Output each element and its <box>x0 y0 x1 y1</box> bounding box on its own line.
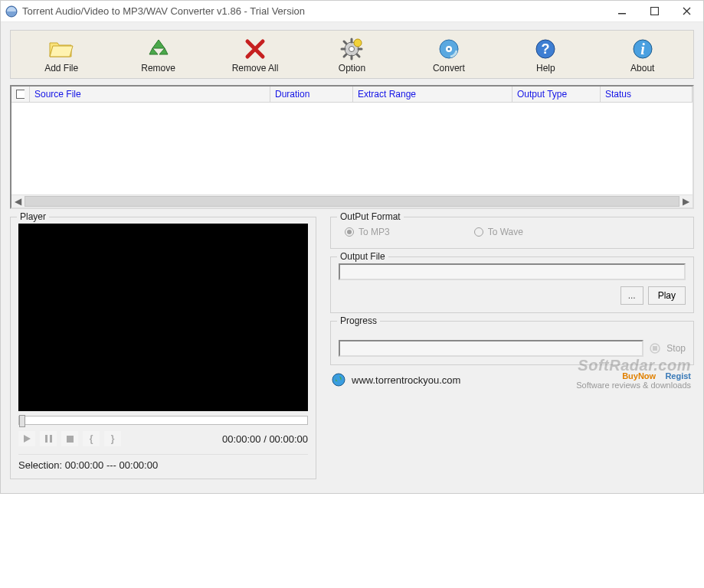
svg-rect-2 <box>650 8 658 15</box>
scroll-left-arrow[interactable]: ◀ <box>11 196 25 207</box>
progress-panel: Progress Stop <box>330 321 694 365</box>
add-file-label: Add File <box>44 63 78 74</box>
app-icon <box>5 5 18 18</box>
horizontal-scrollbar[interactable]: ◀ ▶ <box>11 194 693 207</box>
to-wave-radio[interactable]: To Wave <box>474 227 523 237</box>
help-label: Help <box>536 63 555 74</box>
buynow-link[interactable]: BuyNow <box>622 371 656 381</box>
scroll-right-arrow[interactable]: ▶ <box>679 196 693 207</box>
stop-playback-button[interactable] <box>61 431 78 446</box>
remove-button[interactable]: Remove <box>110 33 206 76</box>
col-status[interactable]: Status <box>601 87 693 102</box>
radio-icon <box>474 227 483 237</box>
svg-point-8 <box>447 48 450 51</box>
svg-rect-18 <box>653 346 657 351</box>
player-video-area[interactable] <box>18 224 308 411</box>
application-window: Torrent Audio/Video to MP3/WAV Converter… <box>0 0 704 494</box>
col-duration[interactable]: Duration <box>270 87 353 102</box>
browse-button[interactable]: ... <box>621 286 643 305</box>
seek-thumb[interactable] <box>19 415 25 427</box>
recycle-icon <box>147 37 170 61</box>
selection-label: Selection: <box>18 459 62 471</box>
progress-bar <box>339 340 643 357</box>
svg-point-5 <box>354 39 362 47</box>
maximize-button[interactable] <box>647 4 662 19</box>
output-file-panel: Output File ... Play <box>330 256 694 313</box>
col-output-type[interactable]: Output Type <box>512 87 601 102</box>
folder-open-icon <box>48 37 74 61</box>
register-link[interactable]: Regist <box>665 371 691 381</box>
player-legend: Player <box>17 211 49 222</box>
mark-start-button[interactable]: { <box>83 431 100 446</box>
to-wave-label: To Wave <box>488 227 523 237</box>
seek-slider[interactable] <box>18 416 308 425</box>
footer: www.torrentrockyou.com SoftRadar.com Buy… <box>330 373 694 387</box>
titlebar: Torrent Audio/Video to MP3/WAV Converter… <box>1 1 703 22</box>
convert-button[interactable]: Convert <box>401 33 497 76</box>
stop-icon <box>67 436 74 443</box>
svg-rect-16 <box>67 436 74 443</box>
svg-rect-15 <box>50 435 52 443</box>
selection-display: Selection: 00:00:00 --- 00:00:00 <box>18 454 308 471</box>
progress-legend: Progress <box>337 315 380 326</box>
svg-point-19 <box>332 374 345 386</box>
selection-start: 00:00:00 <box>65 459 104 471</box>
file-list-grid: Source File Duration Extract Range Outpu… <box>10 85 694 209</box>
output-format-panel: OutPut Format To MP3 To Wave <box>330 217 694 249</box>
main-toolbar: Add File Remove Remove All Option <box>10 30 694 79</box>
pause-icon <box>45 435 52 443</box>
help-icon: ? <box>534 37 557 61</box>
svg-rect-13 <box>17 90 25 99</box>
window-controls <box>614 4 694 19</box>
radio-icon <box>345 227 354 237</box>
svg-rect-14 <box>45 435 47 443</box>
stop-progress-button[interactable]: Stop <box>666 343 686 354</box>
grid-body[interactable] <box>11 103 693 194</box>
disc-icon <box>437 37 460 61</box>
svg-text:i: i <box>640 41 645 57</box>
remove-all-label: Remove All <box>232 63 279 74</box>
scroll-track[interactable] <box>25 196 679 207</box>
option-button[interactable]: Option <box>303 33 400 76</box>
remove-label: Remove <box>141 63 175 74</box>
play-icon <box>24 435 31 443</box>
output-format-legend: OutPut Format <box>337 211 404 222</box>
minimize-button[interactable] <box>614 4 630 19</box>
remove-all-button[interactable]: Remove All <box>207 33 303 76</box>
time-display: 00:00:00 / 00:00:00 <box>222 433 308 445</box>
convert-label: Convert <box>433 63 465 74</box>
col-extract-range[interactable]: Extract Range <box>353 87 512 102</box>
svg-point-4 <box>349 47 355 52</box>
x-icon <box>244 37 266 61</box>
info-icon: i <box>631 37 654 61</box>
option-label: Option <box>339 63 365 74</box>
watermark-sub: Software reviews & downloads <box>576 381 691 390</box>
to-mp3-label: To MP3 <box>359 227 390 237</box>
time-total: 00:00:00 <box>269 433 308 445</box>
play-output-button[interactable]: Play <box>648 286 686 305</box>
col-source-file[interactable]: Source File <box>30 87 270 102</box>
output-file-input[interactable] <box>339 263 686 280</box>
about-button[interactable]: i About <box>594 33 691 76</box>
svg-rect-1 <box>618 13 626 15</box>
scroll-thumb[interactable] <box>25 196 679 207</box>
output-file-legend: Output File <box>337 251 388 262</box>
window-title: Torrent Audio/Video to MP3/WAV Converter… <box>22 5 614 17</box>
about-label: About <box>630 63 654 74</box>
pause-button[interactable] <box>40 431 57 446</box>
gear-icon <box>340 37 363 61</box>
help-button[interactable]: ? Help <box>497 33 594 76</box>
grid-header: Source File Duration Extract Range Outpu… <box>11 87 693 103</box>
close-button[interactable] <box>679 4 694 19</box>
add-file-button[interactable]: Add File <box>13 33 110 76</box>
mark-end-button[interactable]: } <box>104 431 121 446</box>
player-panel: Player { <box>10 217 316 479</box>
globe-icon <box>332 373 345 387</box>
play-button[interactable] <box>18 431 35 446</box>
svg-text:?: ? <box>542 41 550 57</box>
website-link[interactable]: www.torrentrockyou.com <box>352 374 460 386</box>
to-mp3-radio[interactable]: To MP3 <box>345 227 390 237</box>
player-controls: { } 00:00:00 / 00:00:00 <box>18 431 308 446</box>
select-all-checkbox[interactable] <box>11 87 30 102</box>
stop-progress-icon <box>650 342 660 354</box>
